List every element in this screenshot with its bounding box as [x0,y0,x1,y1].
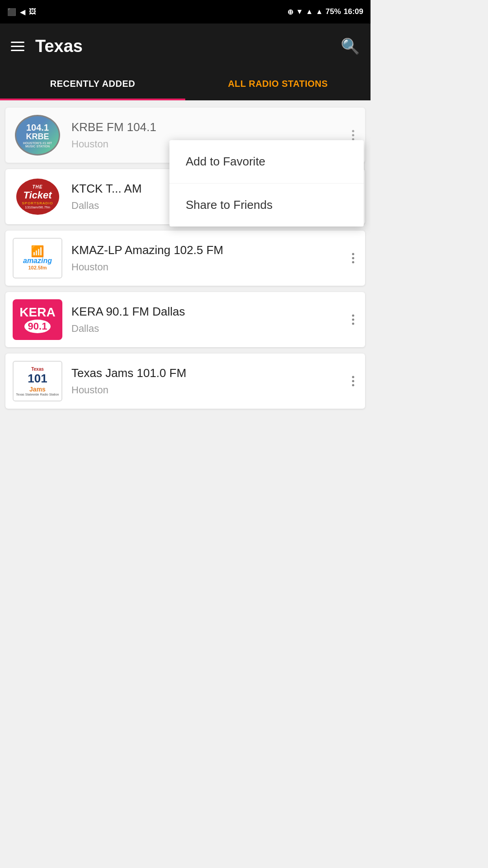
context-menu: Add to Favorite Share to Friends [169,140,364,226]
context-menu-item-share-friends[interactable]: Share to Friends [169,184,364,226]
context-menu-item-add-favorite[interactable]: Add to Favorite [169,140,364,184]
context-menu-overlay[interactable]: Add to Favorite Share to Friends [0,0,371,658]
